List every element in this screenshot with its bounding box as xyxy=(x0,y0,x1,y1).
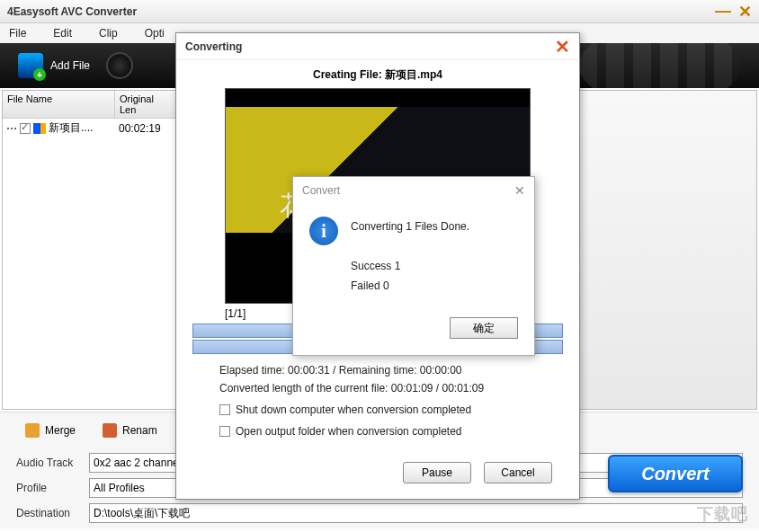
rename-icon xyxy=(103,423,117,438)
alert-titlebar: Convert ✕ xyxy=(293,177,534,204)
file-list-header: File Name Original Len xyxy=(3,91,176,119)
audiotrack-label: Audio Track xyxy=(16,457,84,469)
dialog-title: Converting xyxy=(185,40,242,53)
converted-label: Converted length of the current file: xyxy=(219,382,388,395)
dialog-buttons: Pause Cancel xyxy=(176,453,579,492)
file-list: File Name Original Len ⋯ 新项目.... 00:02:1… xyxy=(2,90,177,410)
tree-dots: ⋯ xyxy=(6,122,17,135)
shutdown-label: Shut down computer when conversion compl… xyxy=(236,401,471,419)
add-file-label: Add File xyxy=(50,59,90,72)
info-icon: i xyxy=(309,217,338,245)
openfolder-label: Open output folder when conversion compl… xyxy=(236,422,462,440)
film-reel-decoration xyxy=(579,43,741,88)
ok-button[interactable]: 确定 xyxy=(450,317,518,339)
alert-text: Converting 1 Files Done. Success 1 Faile… xyxy=(351,217,469,296)
file-type-icon xyxy=(33,123,46,134)
dialog-close-icon[interactable]: ✕ xyxy=(555,36,570,58)
convert-done-alert: Convert ✕ i Converting 1 Files Done. Suc… xyxy=(292,176,535,356)
alert-failed: Failed 0 xyxy=(351,276,469,296)
rename-button[interactable]: Renam xyxy=(94,420,166,441)
site-watermark: 下载吧 xyxy=(697,503,748,525)
elapsed-value: 00:00:31 / Remaining time: 00:00:00 xyxy=(288,364,461,377)
add-file-button[interactable]: Add File xyxy=(9,49,99,82)
merge-icon xyxy=(25,423,40,438)
alert-line1: Converting 1 Files Done. xyxy=(351,217,469,236)
openfolder-checkbox[interactable] xyxy=(219,426,230,437)
pause-button[interactable]: Pause xyxy=(403,462,471,483)
alert-title: Convert xyxy=(302,184,340,197)
creating-file-label: Creating File: 新项目.mp4 xyxy=(192,67,563,83)
titlebar: 4Easysoft AVC Converter — ✕ xyxy=(0,0,759,23)
info-lines: Elapsed time: 00:00:31 / Remaining time:… xyxy=(192,356,563,446)
col-filename[interactable]: File Name xyxy=(3,91,115,118)
file-name: 新项目.... xyxy=(49,120,93,136)
converted-value: 00:01:09 / 00:01:09 xyxy=(391,382,484,395)
convert-button[interactable]: Convert xyxy=(608,455,743,492)
elapsed-label: Elapsed time: xyxy=(219,364,285,377)
destination-input[interactable] xyxy=(89,503,743,523)
checkbox-icon[interactable] xyxy=(20,123,31,134)
rename-label: Renam xyxy=(122,424,157,437)
alert-success: Success 1 xyxy=(351,256,469,276)
menu-options[interactable]: Opti xyxy=(145,27,165,40)
menu-edit[interactable]: Edit xyxy=(53,27,72,40)
dialog-titlebar: Converting ✕ xyxy=(176,33,579,60)
list-item[interactable]: ⋯ 新项目.... 00:02:19 xyxy=(3,119,176,137)
toolbar-tool-icon[interactable] xyxy=(106,52,133,79)
destination-label: Destination xyxy=(16,507,84,519)
merge-button[interactable]: Merge xyxy=(16,420,85,441)
file-length: 00:02:19 xyxy=(119,122,173,135)
profile-label: Profile xyxy=(16,482,84,494)
app-title: 4Easysoft AVC Converter xyxy=(7,5,137,18)
file-counter: [1/1] xyxy=(225,307,246,320)
cancel-button[interactable]: Cancel xyxy=(484,462,552,483)
col-original-length[interactable]: Original Len xyxy=(115,91,176,118)
shutdown-checkbox[interactable] xyxy=(219,404,230,415)
menu-file[interactable]: File xyxy=(9,27,26,40)
convert-bar: Convert xyxy=(608,455,743,492)
menu-clip[interactable]: Clip xyxy=(99,27,118,40)
merge-label: Merge xyxy=(45,424,76,437)
window-buttons: — ✕ xyxy=(715,2,752,22)
add-file-icon xyxy=(18,53,43,78)
close-icon[interactable]: ✕ xyxy=(738,2,752,22)
minimize-icon[interactable]: — xyxy=(715,2,731,22)
alert-close-icon[interactable]: ✕ xyxy=(514,183,525,198)
